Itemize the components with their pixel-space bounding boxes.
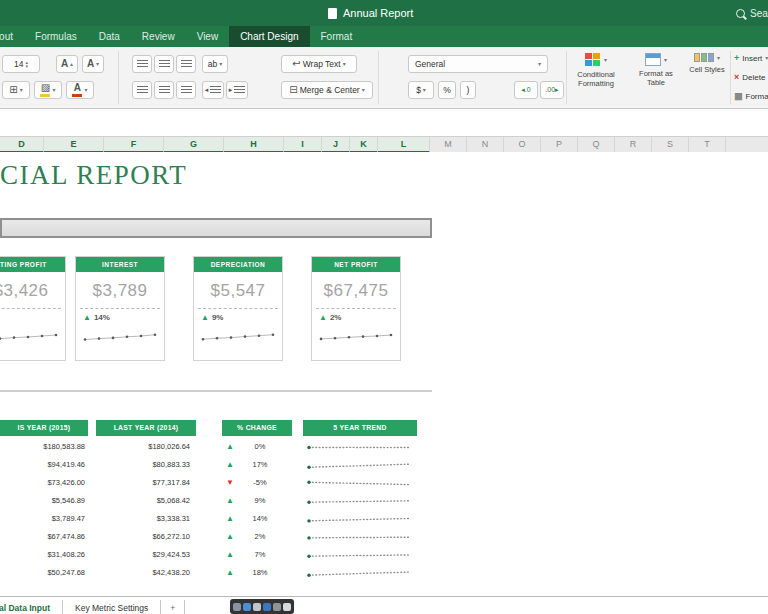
font-size-stepper[interactable]: ▴ ▾ <box>25 60 28 68</box>
table-row[interactable]: $73,426.00$77,317.84▼-5% <box>0 474 432 492</box>
percent-format-button[interactable]: % <box>438 81 456 99</box>
card-value: $3,789 <box>76 281 164 301</box>
table-row[interactable]: $94,419.46$80,883.33▲17% <box>0 456 432 474</box>
number-format-select[interactable]: General ▾ <box>408 55 548 73</box>
dock-icon[interactable] <box>233 603 241 611</box>
selection-bar[interactable] <box>0 218 432 238</box>
align-left-button[interactable] <box>132 81 152 99</box>
format-cells-button[interactable]: ▦ Format ▾ <box>734 91 768 101</box>
column-header-o[interactable]: O <box>504 137 541 153</box>
dock-icon[interactable] <box>243 603 251 611</box>
column-header-f[interactable]: F <box>104 137 164 153</box>
kpi-card-net-profit[interactable]: NET PROFIT$67,475▲2% <box>311 256 401 361</box>
conditional-formatting-button[interactable]: ▾ Conditional Formatting <box>568 53 624 88</box>
this-year-cell: $3,789.47 <box>0 510 85 528</box>
comma-format-button[interactable]: ) <box>460 81 476 99</box>
kpi-card-interest[interactable]: INTEREST$3,789▲14% <box>75 256 165 361</box>
column-header-i[interactable]: I <box>284 137 322 153</box>
kpi-card-ating-profit[interactable]: ATING PROFIT$3,426 <box>0 256 66 361</box>
table-row[interactable]: $67,474.86$66,272.10▲2% <box>0 528 432 546</box>
borders-button[interactable]: ⊞ ▾ <box>2 81 30 99</box>
table-icon <box>645 53 661 66</box>
dock-icon[interactable] <box>283 603 291 611</box>
worksheet[interactable]: CIAL REPORT ATING PROFIT$3,426INTEREST$3… <box>0 152 768 596</box>
ribbon-tab-chart-design[interactable]: Chart Design <box>229 26 309 47</box>
font-color-button[interactable]: A ▾ <box>66 81 94 99</box>
dock[interactable] <box>230 599 294 614</box>
column-header-k[interactable]: K <box>350 137 378 153</box>
column-header-p[interactable]: P <box>541 137 578 153</box>
cell-styles-button[interactable]: ▾ Cell Styles <box>686 53 728 74</box>
ribbon-tab-review[interactable]: Review <box>131 26 186 47</box>
column-header-j[interactable]: J <box>322 137 350 153</box>
column-header-h[interactable]: H <box>224 137 284 153</box>
dock-icon[interactable] <box>263 603 271 611</box>
pct-change-cell: 2% <box>240 528 280 546</box>
merge-center-button[interactable]: ⊟ Merge & Center ▾ <box>281 81 373 99</box>
table-row[interactable]: $31,408.26$29,424.53▲7% <box>0 546 432 564</box>
caret-down-icon: ▾ <box>20 87 23 93</box>
increase-font-button[interactable]: A ▴ <box>56 55 78 73</box>
column-header-g[interactable]: G <box>164 137 224 153</box>
column-header-m[interactable]: M <box>430 137 467 153</box>
ribbon-tab-view[interactable]: View <box>186 26 230 47</box>
up-arrow-icon: ▲ <box>222 528 238 546</box>
ribbon-tab-data[interactable]: Data <box>88 26 131 47</box>
ribbon-tab-layout[interactable]: Layout <box>0 26 24 47</box>
decrease-decimal-button[interactable]: ◂.0 <box>514 81 538 99</box>
orientation-button[interactable]: ab ▾ <box>202 55 228 73</box>
ribbon-tab-format[interactable]: Format <box>310 26 364 47</box>
decrease-indent-button[interactable]: ◂ <box>202 81 224 99</box>
search-box[interactable]: Search <box>736 0 768 26</box>
column-header-d[interactable]: D <box>0 137 44 153</box>
last-year-cell: $77,317.84 <box>96 474 190 492</box>
card-trend <box>79 325 161 347</box>
dock-icon[interactable] <box>273 603 281 611</box>
currency-format-button[interactable]: $ ▾ <box>408 81 434 99</box>
decrease-font-button[interactable]: A ▾ <box>82 55 104 73</box>
column-header-t[interactable]: T <box>689 137 726 153</box>
align-top-button[interactable] <box>132 55 152 73</box>
align-right-icon <box>181 86 192 95</box>
table-row[interactable]: $3,789.47$3,338.31▲14% <box>0 510 432 528</box>
cell-styles-icon: ▾ <box>694 53 720 62</box>
align-middle-button[interactable] <box>154 55 174 73</box>
sheet-tab-ancial-data-input[interactable]: ancial Data Input <box>0 600 63 614</box>
format-as-table-button[interactable]: ▾ Format as Table <box>630 53 682 87</box>
table-row[interactable]: $5,546.89$5,068.42▲9% <box>0 492 432 510</box>
increase-indent-button[interactable]: ▸ <box>226 81 248 99</box>
table-row[interactable]: $50,247.68$42,438.20▲18% <box>0 564 432 582</box>
last-year-cell: $180,026.64 <box>96 438 190 456</box>
align-bottom-button[interactable] <box>176 55 196 73</box>
column-header-r[interactable]: R <box>615 137 652 153</box>
sparkline <box>303 567 415 580</box>
font-size-select[interactable]: 14 ▴ ▾ <box>2 55 40 73</box>
column-header-n[interactable]: N <box>467 137 504 153</box>
insert-cells-button[interactable]: + Insert ▾ <box>734 53 768 63</box>
align-center-button[interactable] <box>154 81 174 99</box>
column-header-l[interactable]: L <box>378 137 430 153</box>
wrap-text-button[interactable]: ↩ Wrap Text ▾ <box>281 55 357 73</box>
wrap-text-icon: ↩ <box>292 59 300 69</box>
increase-decimal-button[interactable]: .00▸ <box>540 81 564 99</box>
column-header-q[interactable]: Q <box>578 137 615 153</box>
ribbon-tab-formulas[interactable]: Formulas <box>24 26 88 47</box>
delete-cells-button[interactable]: × Delete ▾ <box>734 72 768 82</box>
add-sheet-button[interactable]: + <box>161 600 185 614</box>
table-row[interactable]: $180,583.88$180,026.64▲0% <box>0 438 432 456</box>
kpi-card-depreciation[interactable]: DEPRECIATION$5,547▲9% <box>193 256 283 361</box>
cf-grid-icon <box>585 53 601 67</box>
sparkline <box>0 325 62 347</box>
this-year-cell: $31,408.26 <box>0 546 85 564</box>
column-header-s[interactable]: S <box>652 137 689 153</box>
sheet-tab-key-metric-settings[interactable]: Key Metric Settings <box>63 600 161 614</box>
fill-color-button[interactable]: ▨ ▾ <box>34 81 62 99</box>
dock-icon[interactable] <box>253 603 261 611</box>
caret-down-icon: ▾ <box>664 57 667 63</box>
card-trend <box>0 325 62 347</box>
fill-glyph: ▨ <box>41 83 50 93</box>
conditional-formatting-label: Conditional Formatting <box>568 70 624 88</box>
card-title: NET PROFIT <box>312 257 400 272</box>
align-right-button[interactable] <box>176 81 196 99</box>
column-header-e[interactable]: E <box>44 137 104 153</box>
